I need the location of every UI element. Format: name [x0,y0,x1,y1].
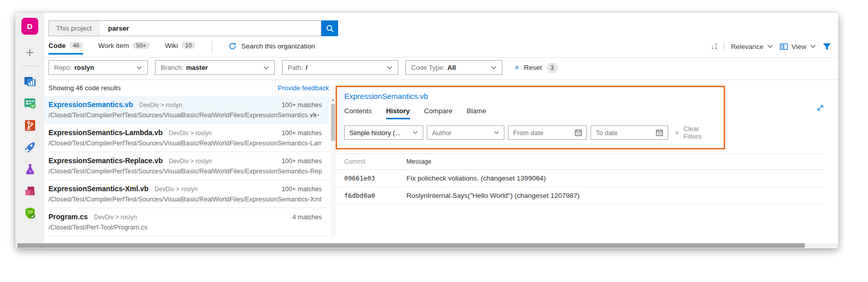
from-date-input[interactable] [513,129,575,137]
detail-tabs: Contents History Compare Blame [344,107,719,119]
detail-file-title[interactable]: ExpressionSemantics.vb [344,92,719,100]
result-file-path: /Closed/Test/CompilerPerfTest/Sources/Vi… [48,139,322,147]
clear-filters-button[interactable]: × Clear Filters [675,125,719,140]
sidebar-item-repos[interactable] [23,118,37,133]
calendar-icon[interactable] [575,129,582,136]
security-shield-icon [23,207,37,220]
result-match-count: 100+ matches [282,186,322,193]
tab-blame[interactable]: Blame [467,107,486,119]
sidebar-item-security[interactable] [23,206,37,220]
tab-wiki[interactable]: Wiki 10 [165,42,195,55]
sidebar-item-overview[interactable] [23,74,37,89]
tab-contents[interactable]: Contents [344,107,372,119]
calendar-icon[interactable] [656,129,663,136]
code-type-filter-dropdown[interactable]: Code Type: All [405,60,502,75]
app-window: D + [15,13,838,248]
wiki-count-badge: 10 [182,42,195,49]
tab-compare[interactable]: Compare [424,107,453,119]
result-file-name[interactable]: Program.cs [48,213,88,221]
result-row-5[interactable]: Program.cs DevDiv > roslyn 4 matches /Cl… [44,208,329,236]
work-item-count-badge: 50+ [133,42,150,49]
reset-filters-button[interactable]: × Reset 3 [515,62,558,73]
search-organization-link[interactable]: Search this organization [228,42,315,54]
main-content: This project Code 46 Work item 50+ [44,13,838,248]
result-file-name[interactable]: ExpressionSemantics-Replace.vb [48,157,163,165]
view-mode-dropdown[interactable]: View [780,43,816,50]
result-repo-breadcrumb: DevDiv > roslyn [94,214,137,221]
sidebar-item-boards[interactable] [23,96,37,111]
sort-order-icon[interactable]: ↓ ZA [711,42,718,50]
result-file-path: /Closed/Test/CompilerPerfTest/Sources/Vi… [48,195,322,203]
result-file-path: /Closed/Test/CompilerPerfTest/Sources/Vi… [48,167,322,175]
chevron-down-icon [263,66,269,70]
result-file-name[interactable]: ExpressionSemantics-Lambda.vb [48,129,163,137]
branch-filter-dropdown[interactable]: Branch: master [155,60,275,75]
result-repo-breadcrumb: DevDiv > roslyn [169,158,212,165]
sidebar-divider [22,66,38,66]
search-scope-chip[interactable]: This project [49,21,99,36]
tab-history[interactable]: History [386,107,410,119]
result-row-4[interactable]: ExpressionSemantics-Xml.vb DevDiv > rosl… [44,180,329,208]
repo-filter-dropdown[interactable]: Repo: roslyn [48,60,148,75]
expand-panel-button[interactable] [816,104,825,114]
commit-hash[interactable]: 09661e03 [344,174,406,182]
scrollbar-thumb[interactable] [331,104,335,141]
search-button[interactable] [321,20,338,36]
history-filter-bar: Simple history (... Author [344,125,719,140]
result-match-count: 100+ matches [282,158,322,165]
result-match-count: 4 matches [292,214,322,221]
tabs-divider [212,41,212,52]
author-filter-dropdown[interactable]: Author [427,125,504,140]
commit-row-1[interactable]: 09661e03 Fix policheck voliations. (chan… [336,170,824,187]
tab-work-item[interactable]: Work item 50+ [98,42,150,55]
provide-feedback-link[interactable]: Provide feedback [278,84,329,92]
result-file-name[interactable]: ExpressionSemantics-Xml.vb [48,185,148,193]
chevron-down-icon [136,66,142,70]
result-row-1[interactable]: ExpressionSemantics.vb DevDiv > roslyn 1… [44,96,329,124]
filters-row: Repo: roslyn Branch: master Path: / Code… [48,60,558,75]
from-date-field[interactable] [508,125,587,140]
sidebar-item-pipelines[interactable] [23,140,37,155]
search-icon [326,24,334,33]
divider-under-filters [44,80,838,80]
artifacts-packages-icon [23,185,37,198]
sort-by-dropdown[interactable]: Relevance [731,43,773,50]
project-avatar[interactable]: D [21,18,38,35]
refresh-circle-icon [228,42,237,50]
path-filter-dropdown[interactable]: Path: / [282,60,398,75]
search-input[interactable] [99,21,321,36]
scrollbar-up-arrow[interactable]: ▲ [330,98,336,101]
reset-count-badge: 3 [547,62,558,73]
result-row-2[interactable]: ExpressionSemantics-Lambda.vb DevDiv > r… [44,124,329,152]
tab-code[interactable]: Code 46 [48,42,83,55]
more-actions-button[interactable]: ··· [311,111,321,119]
commit-message: Fix policheck voliations. (changeset 139… [406,174,824,182]
result-row-3[interactable]: ExpressionSemantics-Replace.vb DevDiv > … [44,152,329,180]
commit-column-header: Commit [344,158,406,165]
result-file-name[interactable]: ExpressionSemantics.vb [48,100,133,109]
results-scrollbar[interactable]: ▲ [330,97,336,236]
history-type-dropdown[interactable]: Simple history (... [344,125,423,140]
sidebar-item-artifacts[interactable] [23,184,37,198]
results-header: Showing 46 code results Provide feedback [48,84,329,92]
clear-x-icon: × [675,129,679,137]
view-controls: ↓ ZA Relevance View [711,41,832,51]
commit-row-2[interactable]: f6dbd0a0 RoslynInternal.Says("Hello Worl… [336,187,824,204]
filter-funnel-icon[interactable] [823,43,831,50]
horizontal-scrollbar-thumb[interactable] [17,243,805,248]
chevron-down-icon [494,131,499,135]
horizontal-scrollbar[interactable] [15,243,838,248]
result-file-path: /Closed/Test/Perf-Tool/Program.cs [48,223,322,231]
test-plans-flask-icon [23,163,37,176]
add-project-icon[interactable]: + [26,46,34,60]
to-date-field[interactable] [591,125,668,140]
commit-hash[interactable]: f6dbd0a0 [344,192,406,199]
controls-divider [724,42,724,51]
chevron-down-icon [387,66,393,70]
highlight-annotation-box: ExpressionSemantics.vb Contents History … [336,86,725,149]
sidebar-item-test-plans[interactable] [23,162,37,176]
to-date-input[interactable] [596,129,656,137]
commit-message: RoslynInternal.Says("Hello World") (chan… [406,192,824,199]
boards-icon [23,97,37,110]
chevron-down-icon [810,44,816,48]
